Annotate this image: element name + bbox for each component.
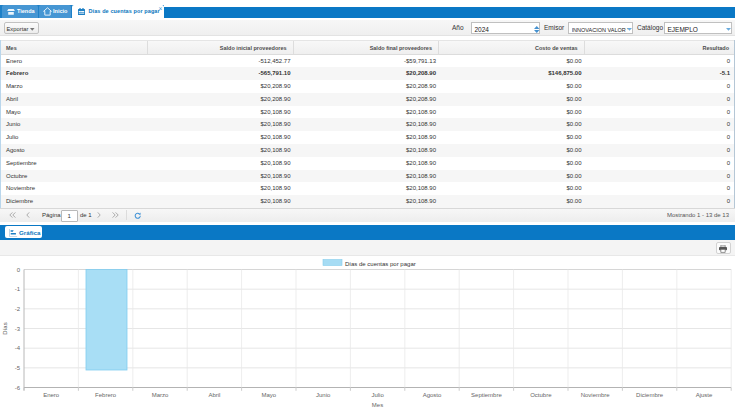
svg-text:-3: -3 bbox=[15, 325, 21, 331]
svg-text:Octubre: Octubre bbox=[530, 392, 552, 398]
svg-text:-5: -5 bbox=[15, 365, 21, 371]
svg-text:Diciembre: Diciembre bbox=[636, 392, 664, 398]
svg-text:Noviembre: Noviembre bbox=[581, 392, 611, 398]
svg-text:Días: Días bbox=[2, 322, 8, 334]
svg-text:Septiembre: Septiembre bbox=[471, 392, 502, 398]
svg-text:Febrero: Febrero bbox=[95, 392, 117, 398]
svg-text:Abril: Abril bbox=[208, 392, 220, 398]
svg-text:-6: -6 bbox=[15, 384, 21, 390]
svg-text:Ajuste: Ajuste bbox=[696, 392, 713, 398]
svg-text:Mes: Mes bbox=[372, 401, 383, 407]
svg-text:Junio: Junio bbox=[316, 392, 331, 398]
svg-text:Días de cuentas por pagar: Días de cuentas por pagar bbox=[345, 261, 416, 267]
svg-text:-2: -2 bbox=[15, 306, 21, 312]
svg-text:Julio: Julio bbox=[371, 392, 384, 398]
svg-text:Marzo: Marzo bbox=[152, 392, 169, 398]
svg-text:Enero: Enero bbox=[43, 392, 60, 398]
svg-text:Agosto: Agosto bbox=[423, 392, 442, 398]
svg-text:0: 0 bbox=[17, 266, 21, 272]
svg-text:Mayo: Mayo bbox=[261, 392, 276, 398]
svg-text:-1: -1 bbox=[15, 286, 21, 292]
svg-text:-4: -4 bbox=[15, 345, 21, 351]
